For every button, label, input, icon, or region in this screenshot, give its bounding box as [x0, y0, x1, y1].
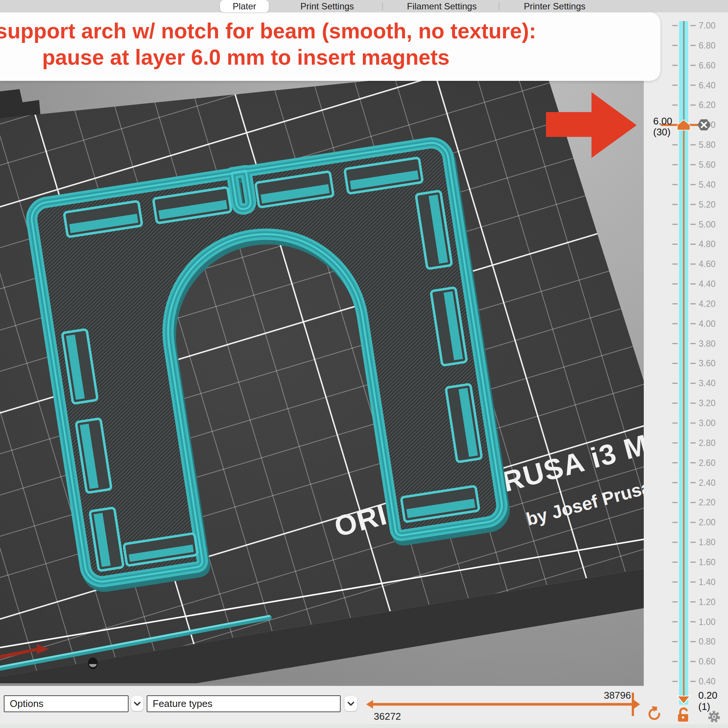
- layer-tick: [690, 144, 696, 145]
- layer-tick: [690, 244, 696, 245]
- bed-screw-hole: [88, 658, 98, 669]
- move-slider-right-value: 38796: [604, 690, 631, 701]
- layer-tick: [690, 283, 696, 284]
- layer-tick-value: 2.80: [699, 438, 716, 448]
- options-dropdown-label: Options: [10, 698, 44, 710]
- layer-tick-value: 1.20: [699, 597, 716, 607]
- tab-filament-settings[interactable]: Filament Settings: [387, 0, 496, 12]
- options-dropdown[interactable]: Options: [4, 695, 128, 712]
- layer-tick: [690, 264, 696, 265]
- layer-tick-value: 7.00: [699, 21, 716, 31]
- layer-tick: [672, 383, 678, 384]
- layer-tick-value: 5.20: [699, 200, 716, 210]
- tab-print-settings[interactable]: Print Settings: [274, 0, 380, 12]
- layer-tick-value: 5.60: [699, 160, 716, 170]
- layer-tick-value: 6.80: [699, 41, 716, 50]
- layer-tick: [672, 104, 678, 106]
- feature-types-dropdown-label: Feature types: [153, 698, 213, 710]
- layer-tick: [672, 621, 678, 622]
- layer-tick: [690, 542, 696, 543]
- layer-tick: [690, 502, 696, 503]
- tab-filament-settings-label: Filament Settings: [407, 1, 476, 12]
- upper-thumb-value: 6.00: [653, 115, 672, 127]
- move-range-slider[interactable]: 36272 38796: [361, 686, 644, 728]
- layer-slider[interactable]: 7.006.806.606.406.206.005.805.605.405.20…: [644, 11, 728, 728]
- layer-tick-value: 3.60: [699, 358, 716, 368]
- layer-tick: [690, 164, 696, 165]
- options-expand-button[interactable]: [131, 696, 143, 711]
- layer-tick: [690, 204, 696, 205]
- layer-tick: [672, 343, 678, 344]
- layer-tick: [672, 641, 678, 642]
- layer-tick-value: 2.40: [699, 478, 716, 488]
- layer-tick: [690, 25, 696, 26]
- layer-tick: [690, 65, 696, 66]
- layer-tick: [672, 482, 678, 483]
- layer-tick: [672, 423, 678, 424]
- layer-tick: [672, 303, 678, 304]
- layer-tick: [672, 323, 678, 324]
- move-slider-track: [372, 703, 633, 706]
- layer-tick: [672, 403, 678, 404]
- tab-printer-settings-label: Printer Settings: [524, 1, 586, 12]
- layer-tick: [690, 681, 696, 682]
- viewport-bottom-edge: [0, 683, 644, 686]
- move-slider-left-value: 36272: [374, 711, 401, 722]
- layer-tick: [672, 85, 678, 86]
- layer-tick: [672, 144, 678, 145]
- 3d-viewport[interactable]: ORIGINAL PRUSA i3 MK3 by Josef Prusa: [0, 11, 644, 686]
- layer-tick: [672, 601, 678, 603]
- layer-tick: [690, 224, 696, 225]
- layer-tick-value: 5.80: [699, 140, 716, 150]
- layer-tick-value: 5.00: [699, 220, 716, 229]
- layer-tick-value: 6.40: [699, 81, 716, 90]
- layer-tick: [690, 462, 696, 463]
- move-slider-right-thumb[interactable]: [634, 700, 640, 709]
- layer-tick-value: 1.40: [699, 577, 716, 587]
- layer-tick: [672, 442, 678, 444]
- layer-tick: [672, 502, 678, 503]
- move-slider-left-thumb[interactable]: [366, 700, 373, 709]
- main-tab-bar: Plater Print Settings Filament Settings …: [0, 0, 728, 12]
- feature-types-dropdown[interactable]: Feature types: [147, 695, 341, 712]
- layer-tick-value: 3.20: [699, 398, 716, 408]
- layer-tick: [672, 45, 678, 46]
- layer-tick-value: 5.40: [699, 180, 716, 190]
- layer-tick-value: 6.60: [699, 61, 716, 70]
- tab-printer-settings[interactable]: Printer Settings: [504, 0, 606, 12]
- lock-toggle-button[interactable]: [678, 708, 688, 722]
- lower-thumb-value: 0.20: [698, 690, 717, 701]
- scene-canvas: ORIGINAL PRUSA i3 MK3 by Josef Prusa: [0, 11, 644, 686]
- layer-tick: [690, 482, 696, 483]
- feature-types-expand-button[interactable]: [344, 696, 357, 711]
- move-slider-right-bar[interactable]: [632, 693, 634, 716]
- layer-tick: [690, 323, 696, 324]
- banner-text-line2: pause at layer 6.0 mm to insert magnets: [42, 45, 450, 70]
- tab-plater[interactable]: Plater: [220, 0, 269, 12]
- layer-tick-value: 2.60: [699, 458, 716, 468]
- layer-tick: [672, 561, 678, 563]
- layer-slider-track-selected: [683, 125, 685, 701]
- upper-thumb-layer: (30): [653, 126, 670, 138]
- tab-plater-label: Plater: [233, 1, 257, 12]
- banner-text-line1: support arch w/ notch for beam (smooth, …: [0, 18, 536, 43]
- layer-tick-value: 4.20: [699, 299, 716, 309]
- layer-tick: [672, 204, 678, 205]
- layer-tick: [690, 641, 696, 642]
- layer-tick: [672, 264, 678, 265]
- layer-tick: [672, 581, 678, 583]
- settings-button[interactable]: [710, 712, 719, 722]
- layer-tick: [672, 283, 678, 284]
- layer-tick: [672, 184, 678, 185]
- layer-tick-value: 3.40: [699, 378, 716, 388]
- layer-tick: [690, 363, 696, 364]
- layer-tick: [690, 104, 696, 106]
- layer-tick-value: 3.80: [699, 339, 716, 349]
- layer-tick: [690, 423, 696, 424]
- layer-tick-value: 1.60: [699, 557, 716, 567]
- layer-tick-value: 3.00: [699, 418, 716, 428]
- layer-tick: [672, 164, 678, 165]
- tab-separator: [499, 3, 499, 10]
- layer-tick-value: 4.40: [699, 279, 716, 289]
- reset-view-button[interactable]: [649, 706, 659, 719]
